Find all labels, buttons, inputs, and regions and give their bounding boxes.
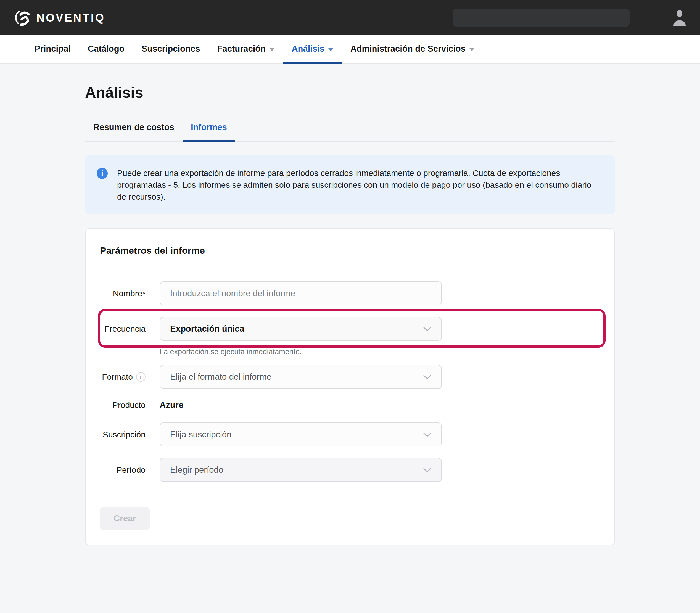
frecuencia-helper-text: La exportación se ejecuta inmediatamente… — [160, 348, 442, 356]
main-content: Análisis Resumen de costos Informes i Pu… — [85, 84, 615, 545]
chevron-down-icon — [423, 324, 431, 334]
frecuencia-label: Frecuencia — [105, 324, 145, 334]
tab-resumen-de-costos[interactable]: Resumen de costos — [85, 122, 182, 142]
field-row-nombre: Nombre* — [100, 282, 600, 305]
frecuencia-selected-value: Exportación única — [170, 324, 244, 334]
suscripcion-select[interactable]: Elija suscripción — [160, 422, 442, 446]
periodo-placeholder: Elegir período — [170, 465, 223, 475]
nav-item-label: Catálogo — [88, 44, 125, 54]
nav-item-label: Suscripciones — [142, 44, 200, 54]
nav-item-label: Administración de Servicios — [350, 44, 466, 54]
suscripcion-label: Suscripción — [103, 430, 145, 439]
tab-informes[interactable]: Informes — [182, 122, 235, 142]
nav-item-principal[interactable]: Principal — [26, 35, 79, 64]
nav-item-label: Análisis — [291, 44, 324, 54]
frecuencia-helper-row: La exportación se ejecuta inmediatamente… — [100, 348, 600, 356]
nombre-input[interactable] — [160, 282, 442, 305]
formato-info-icon[interactable]: i — [136, 372, 145, 382]
producto-label: Producto — [112, 400, 145, 410]
search-input[interactable] — [453, 9, 630, 27]
nav-item-analisis[interactable]: Análisis — [283, 35, 342, 64]
nav-item-facturacion[interactable]: Facturación — [208, 35, 283, 64]
nav-item-label: Principal — [35, 44, 71, 54]
frecuencia-select[interactable]: Exportación única — [160, 317, 442, 341]
nav-item-administracion-de-servicios[interactable]: Administración de Servicios — [342, 35, 483, 64]
producto-value: Azure — [160, 400, 442, 410]
field-row-producto: Producto Azure — [100, 400, 600, 410]
nav-item-suscripciones[interactable]: Suscripciones — [133, 35, 209, 64]
noventiq-logo: NOVENTIQ — [13, 8, 105, 27]
nav-item-label: Facturación — [217, 44, 265, 54]
chevron-down-icon — [423, 430, 431, 440]
caret-down-icon — [328, 48, 333, 51]
field-row-formato: Formato i Elija el formato del informe — [100, 365, 600, 389]
top-header: NOVENTIQ — [0, 0, 700, 35]
info-icon: i — [96, 168, 108, 179]
periodo-select[interactable]: Elegir período — [160, 458, 442, 482]
tab-bar: Resumen de costos Informes — [85, 122, 615, 142]
user-icon — [672, 10, 687, 26]
user-account-button[interactable] — [672, 10, 687, 26]
report-parameters-card: Parámetros del informe Nombre* Frecuenci… — [85, 228, 615, 545]
periodo-label: Período — [117, 465, 145, 475]
page-title: Análisis — [85, 84, 615, 101]
suscripcion-placeholder: Elija suscripción — [170, 430, 231, 440]
noventiq-logo-icon — [13, 8, 32, 27]
caret-down-icon — [270, 48, 274, 51]
nombre-label: Nombre* — [113, 289, 145, 298]
nav-item-catalogo[interactable]: Catálogo — [79, 35, 133, 64]
chevron-down-icon — [423, 372, 431, 382]
crear-button[interactable]: Crear — [100, 507, 150, 531]
main-nav: Principal Catálogo Suscripciones Factura… — [0, 35, 700, 64]
section-title: Parámetros del informe — [100, 245, 600, 256]
formato-label-text: Formato — [102, 372, 133, 382]
formato-placeholder: Elija el formato del informe — [170, 372, 271, 382]
field-row-suscripcion: Suscripción Elija suscripción — [100, 422, 600, 446]
caret-down-icon — [469, 48, 475, 51]
formato-label: Formato i — [102, 372, 145, 382]
formato-select[interactable]: Elija el formato del informe — [160, 365, 442, 389]
info-banner: i Puede crear una exportación de informe… — [85, 155, 615, 214]
field-row-frecuencia: Frecuencia Exportación única — [100, 317, 600, 341]
chevron-down-icon — [423, 465, 431, 475]
field-row-periodo: Período Elegir período — [100, 458, 600, 482]
info-banner-text: Puede crear una exportación de informe p… — [117, 167, 601, 203]
noventiq-logo-text: NOVENTIQ — [37, 12, 105, 24]
